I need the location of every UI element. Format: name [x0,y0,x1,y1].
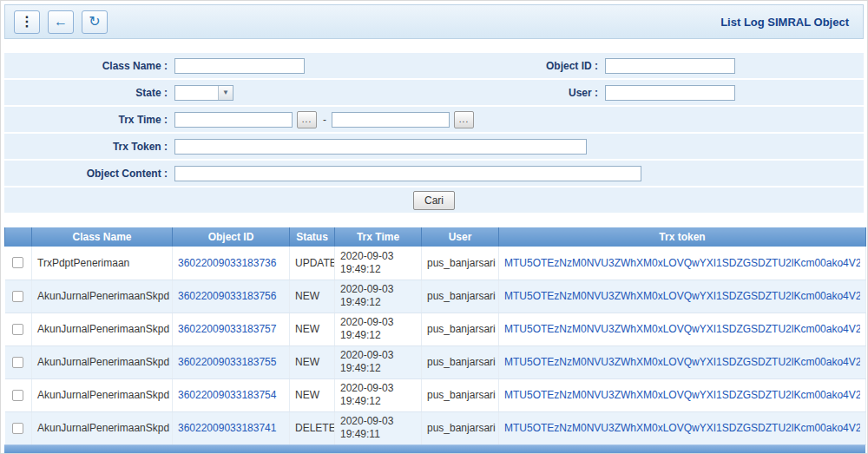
trx-token-input[interactable] [174,139,587,155]
page: ⋮ ← ↻ List Log SIMRAL Object Class Name … [0,0,868,454]
back-button[interactable]: ← [48,10,74,34]
menu-button[interactable]: ⋮ [14,10,40,34]
status-cell: NEW [290,345,335,378]
pagination-bar-partial [4,444,865,453]
filter-row-object-content: Object Content : [4,161,864,186]
class-name-cell: AkunJurnalPenerimaanSkpd [32,345,173,378]
trx-time-to-picker-button[interactable]: ... [454,111,474,128]
refresh-button[interactable]: ↻ [82,10,108,34]
table-row[interactable]: AkunJurnalPenerimaanSkpd 360220090331837… [5,313,866,345]
object-id-link[interactable]: 36022009033183756 [178,290,276,302]
trx-time-from-input[interactable] [174,112,293,128]
table-row[interactable]: AkunJurnalPenerimaanSkpd 360220090331837… [5,345,866,378]
trx-token-link[interactable]: MTU5OTEzNzM0NVU3ZWhXM0xLOVQwYXI1SDZGSDZT… [504,257,860,269]
trx-token-link[interactable]: MTU5OTEzNzM0NVU3ZWhXM0xLOVQwYXI1SDZGSDZT… [504,422,860,434]
user-input[interactable] [605,85,735,101]
class-name-cell: AkunJurnalPenerimaanSkpd [32,411,173,444]
state-label: State : [4,87,174,99]
user-cell: pus_banjarsari [422,345,499,378]
log-table: Class Name Object ID Status Trx Time Use… [4,227,866,445]
table-header-trx-token[interactable]: Trx token [499,227,866,247]
row-checkbox[interactable] [12,324,23,335]
trx-time-cell: 2020-09-03 19:49:12 [335,280,422,313]
trx-time-to-input[interactable] [332,112,450,128]
object-content-input[interactable] [174,166,641,181]
user-cell: pus_banjarsari [422,247,499,280]
object-id-link[interactable]: 36022009033183757 [178,323,276,335]
object-id-link[interactable]: 36022009033183754 [178,389,276,401]
filter-row-class-object: Class Name : Object ID : [4,53,864,78]
back-arrow-icon: ← [54,15,68,29]
trx-time-cell: 2020-09-03 19:49:11 [335,411,422,444]
status-cell: NEW [290,378,335,411]
cari-button[interactable]: Cari [413,191,455,210]
object-id-input[interactable] [605,58,735,74]
status-cell: UPDATE [290,247,335,280]
trx-time-cell: 2020-09-03 19:49:12 [335,378,422,411]
table-row[interactable]: TrxPdptPenerimaan 36022009033183736 UPDA… [5,247,866,280]
trx-time-from-picker-button[interactable]: ... [297,111,317,128]
table-header-object-id[interactable]: Object ID [173,227,290,247]
object-content-label: Object Content : [4,168,174,180]
state-select-value [175,86,218,100]
filter-row-trx-time: Trx Time : ... - ... [4,107,864,132]
status-cell: NEW [290,280,335,313]
table-header-trx-time[interactable]: Trx Time [335,227,422,247]
table-row[interactable]: AkunJurnalPenerimaanSkpd 360220090331837… [5,411,866,444]
trx-token-link[interactable]: MTU5OTEzNzM0NVU3ZWhXM0xLOVQwYXI1SDZGSDZT… [504,290,860,302]
filter-row-submit: Cari [4,188,864,213]
status-cell: DELETE [290,411,335,444]
table-row[interactable]: AkunJurnalPenerimaanSkpd 360220090331837… [5,378,866,411]
class-name-cell: AkunJurnalPenerimaanSkpd [32,280,173,313]
filter-panel: Class Name : Object ID : State : ▼ User … [4,53,864,213]
trx-time-cell: 2020-09-03 19:49:12 [335,313,422,345]
row-checkbox[interactable] [12,390,23,401]
object-id-link[interactable]: 36022009033183736 [178,257,276,269]
class-name-cell: AkunJurnalPenerimaanSkpd [32,313,173,345]
toolbar: ⋮ ← ↻ List Log SIMRAL Object [4,4,864,39]
row-checkbox[interactable] [12,257,23,268]
table-header-user[interactable]: User [422,227,499,247]
page-title: List Log SIMRAL Object [720,16,854,29]
status-cell: NEW [290,313,335,345]
class-name-cell: TrxPdptPenerimaan [32,247,173,280]
row-checkbox[interactable] [12,291,23,302]
table-header-select [5,227,32,247]
table-row[interactable]: AkunJurnalPenerimaanSkpd 360220090331837… [5,280,866,313]
log-table-wrap: Class Name Object ID Status Trx Time Use… [4,227,864,445]
trx-token-link[interactable]: MTU5OTEzNzM0NVU3ZWhXM0xLOVQwYXI1SDZGSDZT… [504,389,860,401]
object-id-link[interactable]: 36022009033183741 [178,422,276,434]
trx-time-cell: 2020-09-03 19:49:12 [335,247,422,280]
trx-token-label: Trx Token : [4,141,174,153]
class-name-input[interactable] [174,58,305,74]
chevron-down-icon[interactable]: ▼ [218,86,233,100]
user-cell: pus_banjarsari [422,313,499,345]
user-cell: pus_banjarsari [422,378,499,411]
state-select[interactable]: ▼ [174,85,233,101]
user-cell: pus_banjarsari [422,411,499,444]
object-id-link[interactable]: 36022009033183755 [178,356,276,368]
class-name-label: Class Name : [4,60,174,72]
row-checkbox[interactable] [12,423,23,434]
trx-time-cell: 2020-09-03 19:49:12 [335,345,422,378]
object-id-label: Object ID : [487,60,605,72]
trx-token-link[interactable]: MTU5OTEzNzM0NVU3ZWhXM0xLOVQwYXI1SDZGSDZT… [504,323,860,335]
table-header-row: Class Name Object ID Status Trx Time Use… [5,227,866,247]
user-label: User : [487,87,605,99]
filter-row-trx-token: Trx Token : [4,134,864,159]
trx-time-separator: - [323,114,326,126]
refresh-icon: ↻ [89,15,100,29]
kebab-menu-icon: ⋮ [20,15,34,29]
class-name-cell: AkunJurnalPenerimaanSkpd [32,378,173,411]
trx-token-link[interactable]: MTU5OTEzNzM0NVU3ZWhXM0xLOVQwYXI1SDZGSDZT… [504,356,860,368]
filter-row-state-user: State : ▼ User : [4,80,864,105]
table-header-class-name[interactable]: Class Name [32,227,173,247]
row-checkbox[interactable] [12,357,23,368]
user-cell: pus_banjarsari [422,280,499,313]
table-header-status[interactable]: Status [290,227,335,247]
trx-time-label: Trx Time : [4,114,174,126]
